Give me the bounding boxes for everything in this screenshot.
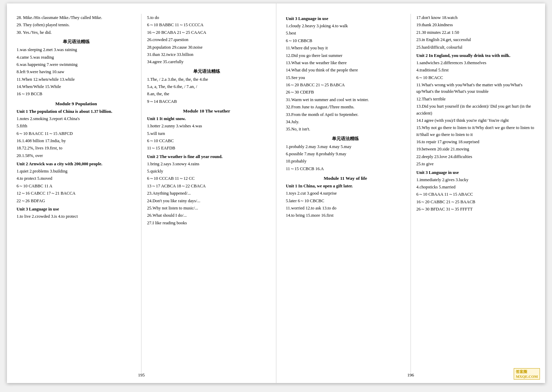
line: 25.Why not listen to music/... [147,205,266,212]
line: 6～10 CBBCB [286,38,405,44]
unit-title: Unit 2 Arnwick was a city with 200,000 p… [17,161,136,167]
line: 11.What's wrong with you/What's the matt… [416,82,535,95]
line: 23.in English 24.get, successful [416,37,535,43]
line: 1.toys 2.cut 3.good 4.surprise [286,190,405,197]
unit-title: Unit 3 Language in use [416,170,535,175]
line: 15.See you [286,75,405,81]
book-spread: 28. Mike./His classmate Mike./They calle… [7,3,545,383]
line: 11～15 EAFDB [147,145,266,151]
line: 5.fifth [17,123,136,129]
line: 8.left 9.were having 10.saw [17,69,136,75]
line: 4.came 5.was reading [17,54,136,61]
line: 16～20 BCABA 21～25 CAACA [147,29,266,36]
line: 5.later 6～10 CBCBC [286,198,405,204]
line: 6～10 CABBC 11 A [17,183,136,189]
line: 4.traditional 5.first [416,67,535,74]
line: 10.probably [286,158,405,165]
line: 26.crowded 27.question [147,37,266,43]
line: 1.notes 2.smoking 3.report 4.China's [17,116,136,122]
line: 1.was sleeping 2.met 3.was raining [17,47,136,53]
left-col1: 28. Mike./His classmate Mike./They calle… [17,14,140,373]
line: 18.72.2%, lives 19.first, to [17,145,136,151]
line: 12～16 CABCC 17～21 BACCA [17,190,136,197]
line: 5.a, a, The, the 6.the, / 7.an, / [147,84,266,90]
line: 1.sandwiches 2.differences 3.themselves [416,60,535,66]
unit-title: Unit 2 In England, you usually drink tea… [416,53,535,58]
line: 22～26 BDFAG [17,198,136,204]
line: 31.Warm wet in summer and cool wet in wi… [286,97,405,103]
line: 13～17 ACBCA 18～22 CBACA [147,183,266,189]
line: 5.best [286,30,405,37]
line: 11.Where did you buy it [286,45,405,51]
line: 28. Mike./His classmate Mike./They calle… [17,14,136,21]
line: 16～19 BCCB [17,91,136,97]
line: 5.will turn [147,130,266,137]
line: 19.between 20.side 21.moving [416,146,535,153]
line: 1.immediately 2.gives 3.lucky [416,177,535,183]
line: 1.hotter 2.sunny 3.wishes 4.was [147,123,266,129]
module-title: Module 9 Population [17,101,136,107]
line: 6～10 BCACC [416,75,535,81]
line: 13.Did you hurt yourself (in the acciden… [416,103,535,117]
line: 6.possible 7.may 8.probably 9.may [286,151,405,157]
section-title: 单元语法精练 [17,39,136,45]
line: 23.Anything happened/... [147,190,266,197]
line: 6～10 BABBC 11～15 CCCCA [147,22,266,28]
line: 14.What did you think of the people ther… [286,67,405,74]
line: 5.quickly [147,168,266,175]
page-number-right: 196 [407,372,414,378]
module-title: Module 10 The weather [147,108,266,114]
line: 9～14 BACCAB [147,98,266,105]
line: 5.to do [147,14,266,21]
line: 6～10 BAACC 11～15 ABFCD [17,130,136,137]
line: 14.I agree (with you)/I think you're rig… [416,117,535,124]
unit-title: Unit 3 Language in use [286,16,405,21]
line: 26～30 BFDAC 31～35 FFFTT [416,206,535,213]
line: 11.When 12.when/while 13.while [17,76,136,83]
right-col2: 17.don't know 18.watch 19.thank 20.kindn… [412,14,535,373]
line: 31.than 32.twice 33.billion [147,51,266,58]
line: 32.From June to August./Three months. [286,104,405,110]
line: 6～10 CCCAB 11～12 CC [147,175,266,182]
watermark: 答案圈MXQE.COM [514,368,540,380]
line: 1.to live 2.crowded 3.is 4.to protect [17,213,136,220]
line: 8.an, the, the [147,91,266,97]
line: 27.I like reading books [147,220,266,226]
section-title: 单元语法精练 [286,136,405,142]
line: 16.1.408 billion 17.India, by [17,138,136,144]
line: 25.hard/difficult, colourful [416,44,535,51]
line: 15.Why not go there to listen to it/Why … [416,125,535,138]
line: 19.thank 20.kindness [416,22,535,28]
line: 17.don't know 18.watch [416,14,535,21]
line: 12.That's terrible [416,96,535,102]
line: 35.No, it isn't. [286,126,405,133]
page-left: 28. Mike./His classmate Mike./They calle… [7,3,276,383]
line: 12.Did you go there last summer [286,52,405,59]
line: 33.From the month of April to September. [286,111,405,118]
line: 1.The, / 2.a 3.the, the, the, the 4.the [147,76,266,83]
line: 6～10 CCABC [147,138,266,144]
unit-title: Unit 2 The weather is fine all year roun… [147,154,266,159]
line: 11～15 CCBCB 16.A [286,166,405,172]
unit-title: Unit 1 The population of China is about … [17,109,136,114]
line: 26～30 CDEFB [286,89,405,96]
line: 34.agree 35.carefully [147,59,266,65]
line: 34.July. [286,119,405,125]
right-col1: Unit 3 Language in use 1.cloudy 2.heavy … [286,14,409,373]
line: 25.to give [416,161,535,167]
line: 28.population 29.cause 30.noise [147,44,266,51]
line: 30. Yes./Yes, he did. [17,29,136,36]
line: 16～20 BABCC 21～25 BABCA [286,82,405,88]
line: 20.1.58%, over [17,153,136,159]
page-right: Unit 3 Language in use 1.cloudy 2.heavy … [276,3,545,383]
left-col2: 5.to do 6～10 BABBC 11～15 CCCCA 16～20 BCA… [143,14,266,373]
line: 21.30 minutes 22.at 1:50 [416,29,535,36]
page-number-left: 195 [138,372,145,378]
line: 16.to repair 17.growing 18.surprised [416,139,535,145]
line: 4.to protect 5.moved [17,175,136,182]
unit-title: Unit 1 In China, we open a gift later. [286,184,405,189]
unit-title: Unit 3 Language in use [17,207,136,212]
line: 4.chopsticks 5.married [416,184,535,190]
line: 13.What was the weather like there [286,60,405,66]
line: 16～20 CABBC 21～25 BAACB [416,199,535,205]
